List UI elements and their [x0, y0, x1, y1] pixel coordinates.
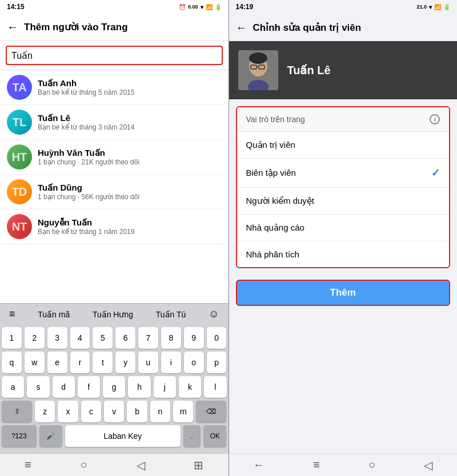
avatar-2: TL [7, 110, 32, 135]
avatar-3: HT [7, 144, 32, 170]
search-input[interactable] [6, 46, 223, 65]
contact-item-5[interactable]: NT Nguyễn Tuấn Bạn bè kể từ tháng 1 năm … [0, 209, 228, 244]
key-n[interactable]: n [150, 401, 170, 422]
right-nav-circle-icon[interactable]: ○ [368, 458, 375, 471]
right-nav-back-icon[interactable]: ◁ [424, 458, 432, 472]
suggestion-bar: ≡ Tuấn mã Tuấn Hưng Tuấn Tú ☺ [0, 303, 228, 325]
period-key[interactable]: . [183, 425, 201, 447]
key-8[interactable]: 8 [161, 327, 181, 349]
special-key[interactable]: ?123 [2, 425, 37, 447]
contact-info-2: Tuấn Lê Bạn bè kể từ tháng 3 năm 2014 [38, 113, 222, 131]
key-1[interactable]: 1 [2, 327, 22, 349]
contact-sub-3: 1 bạn chung · 21K người theo dõi [38, 158, 222, 166]
key-s[interactable]: s [27, 376, 49, 398]
role-item-3[interactable]: Nhà quảng cáo [237, 215, 450, 241]
add-button[interactable]: Thêm [236, 280, 451, 306]
key-5[interactable]: 5 [93, 327, 113, 349]
contact-list: TA Tuấn Anh Bạn bè kể từ tháng 5 năm 201… [0, 70, 228, 303]
contact-info-4: Tuấn Dũng 1 bạn chung · 56K người theo d… [38, 183, 222, 201]
contact-item-3[interactable]: HT Huỳnh Văn Tuấn 1 bạn chung · 21K ngườ… [0, 140, 228, 175]
wifi-icon: ▾ [201, 4, 203, 10]
key-3[interactable]: 3 [47, 327, 67, 349]
space-key[interactable]: Laban Key [65, 425, 181, 447]
key-y[interactable]: y [115, 352, 135, 373]
role-header: Vai trò trên trang i [237, 107, 450, 132]
key-l[interactable]: l [204, 376, 226, 398]
key-m[interactable]: m [173, 401, 193, 422]
key-b[interactable]: b [127, 401, 147, 422]
key-k[interactable]: k [179, 376, 201, 398]
nav-home-circle-icon[interactable]: ○ [81, 458, 87, 471]
right-status-bar: 14:19 21.0 ▾ 📶 🔋 [229, 0, 458, 14]
contact-sub-4: 1 bạn chung · 56K người theo dõi [38, 193, 222, 201]
key-e[interactable]: e [47, 352, 67, 373]
role-item-0[interactable]: Quản trị viên [237, 132, 450, 159]
key-v[interactable]: v [104, 401, 124, 422]
keyboard-row-bottom: ?123 🎤 Laban Key . OK [2, 425, 227, 447]
key-t[interactable]: t [93, 352, 113, 373]
contact-name-4: Tuấn Dũng [38, 183, 222, 193]
role-label-0: Quản trị viên [246, 140, 295, 150]
shift-key[interactable]: ⇧ [2, 401, 32, 422]
profile-section: Tuấn Lê [229, 41, 458, 99]
battery-icon: 🔋 [215, 4, 222, 10]
key-6[interactable]: 6 [115, 327, 135, 349]
key-j[interactable]: j [154, 376, 176, 398]
key-a[interactable]: a [2, 376, 24, 398]
nav-back-icon[interactable]: ◁ [137, 458, 145, 472]
contact-info-3: Huỳnh Văn Tuấn 1 bạn chung · 21K người t… [38, 148, 222, 166]
avatar-1: TA [7, 75, 32, 100]
suggestion-2[interactable]: Tuấn Hưng [93, 310, 133, 319]
role-label-1: Biên tập viên [246, 168, 296, 178]
avatar-4: TD [7, 179, 32, 204]
contact-item-2[interactable]: TL Tuấn Lê Bạn bè kể từ tháng 3 năm 2014 [0, 105, 228, 140]
suggestion-1[interactable]: Tuấn mã [38, 310, 70, 319]
nav-home-icon[interactable]: ≡ [25, 458, 31, 471]
svg-point-2 [249, 53, 267, 64]
key-h[interactable]: h [128, 376, 150, 398]
key-p[interactable]: p [207, 352, 227, 373]
nav-grid-icon[interactable]: ⊞ [194, 458, 203, 472]
key-g[interactable]: g [103, 376, 125, 398]
key-7[interactable]: 7 [138, 327, 158, 349]
left-status-icons: ⏰ 0.00 ▾ 📶 🔋 [179, 4, 222, 10]
key-u[interactable]: u [138, 352, 158, 373]
back-button[interactable]: ← [7, 21, 18, 34]
key-w[interactable]: w [25, 352, 45, 373]
delete-key[interactable]: ⌫ [196, 401, 226, 422]
key-0[interactable]: 0 [207, 327, 227, 349]
contact-item-4[interactable]: TD Tuấn Dũng 1 bạn chung · 56K người the… [0, 175, 228, 209]
key-r[interactable]: r [70, 352, 90, 373]
key-q[interactable]: q [2, 352, 22, 373]
info-icon[interactable]: i [430, 114, 440, 124]
role-item-4[interactable]: Nhà phân tích [237, 241, 450, 267]
mic-key[interactable]: 🎤 [39, 425, 62, 447]
role-item-1[interactable]: Biên tập viên ✓ [237, 159, 450, 188]
key-x[interactable]: x [58, 401, 78, 422]
ok-key[interactable]: OK [203, 425, 226, 447]
role-item-2[interactable]: Người kiểm duyệt [237, 188, 450, 215]
key-c[interactable]: c [81, 401, 101, 422]
right-back-button[interactable]: ← [236, 21, 247, 34]
contact-info-5: Nguyễn Tuấn Bạn bè kể từ tháng 1 năm 201… [38, 217, 222, 236]
contact-item-1[interactable]: TA Tuấn Anh Bạn bè kể từ tháng 5 năm 201… [0, 70, 228, 105]
right-nav-home-icon[interactable]: ≡ [313, 458, 320, 471]
key-o[interactable]: o [184, 352, 204, 373]
right-nav-menu-icon[interactable]: ← [253, 458, 264, 471]
avatar-5: NT [7, 214, 32, 239]
key-d[interactable]: d [53, 376, 75, 398]
right-battery-icon: 🔋 [443, 4, 450, 10]
key-z[interactable]: z [35, 401, 55, 422]
key-9[interactable]: 9 [184, 327, 204, 349]
keyboard: 1 2 3 4 5 6 7 8 9 0 q w e r t y u i o p … [0, 325, 228, 453]
key-f[interactable]: f [78, 376, 100, 398]
suggestion-3[interactable]: Tuấn Tú [156, 310, 186, 319]
key-2[interactable]: 2 [25, 327, 45, 349]
right-data-icon: 21.0 [416, 4, 427, 10]
right-page-title: Chỉnh sửa quản trị viên [253, 22, 362, 34]
profile-avatar [238, 50, 278, 90]
left-page-title: Thêm người vào Trang [24, 21, 128, 33]
data-icon: 0.00 [188, 4, 198, 10]
key-4[interactable]: 4 [70, 327, 90, 349]
key-i[interactable]: i [161, 352, 181, 373]
